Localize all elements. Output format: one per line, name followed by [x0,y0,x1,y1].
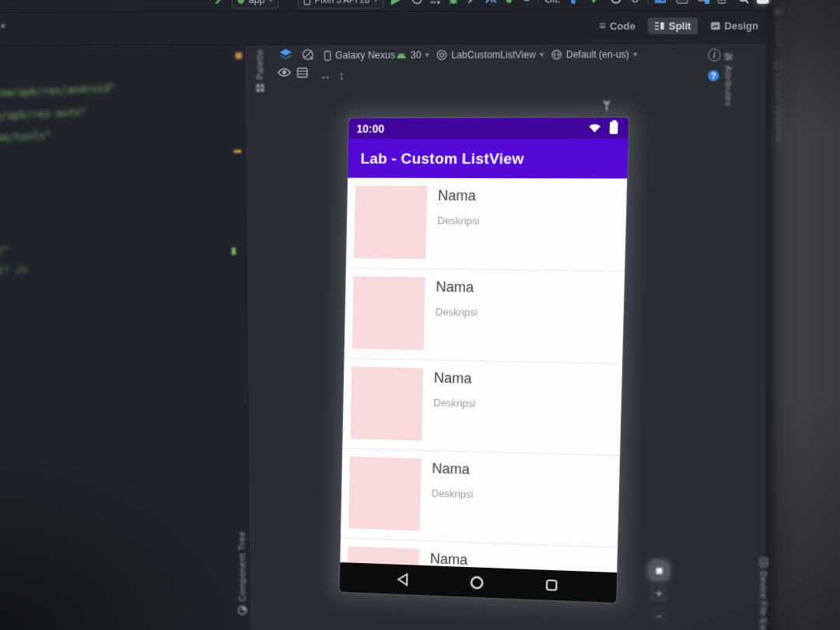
item-image-placeholder [348,457,422,530]
xml-code-editor[interactable]: id.com/apk/res/android" .com/apk/res-aut… [0,45,251,630]
app-bar: Lab - Custom ListView [348,139,628,179]
phone-icon [303,0,310,5]
app-title: Lab - Custom ListView [360,150,524,168]
rollback-button[interactable]: ↺ [630,0,640,6]
run-button[interactable]: ▶ [391,0,401,7]
zoom-to-fit-button[interactable] [650,562,667,579]
debug-button[interactable] [448,0,460,7]
component-tree-icon [237,606,247,615]
layout-validation-label: Layout Validation [775,74,784,144]
design-surface-icon[interactable] [279,48,293,61]
swap-horizontal-icon[interactable]: ↔ [319,69,331,82]
toolbar-separator [543,48,544,61]
toolbar-separator [538,0,539,5]
device-file-explorer-icon [759,558,768,568]
search-everywhere-button[interactable] [738,0,749,6]
item-image-placeholder [352,276,425,350]
stop-button[interactable]: ■ [523,0,530,7]
zoom-in-button[interactable]: + [650,585,667,602]
split-view-icon [654,21,664,30]
device-file-explorer-label: Device File Explorer [759,572,768,630]
avd-phone-button[interactable] [717,0,726,6]
scrollbar-ok-marker [232,248,236,255]
tab-code[interactable]: ≡ Code [593,17,642,35]
theme-label: LabCustomListView [451,49,536,61]
list-item: Nama Deskripsi [341,449,620,548]
apply-code-changes-button[interactable] [429,0,442,7]
tab-design-label: Design [724,19,758,32]
tab-dot [1,24,5,28]
tool-window-tab-attributes[interactable]: Attributes [724,52,733,107]
code-line: d.com/tools" [0,129,51,145]
toolbar-separator [316,49,317,62]
list-item: Nama Deskripsi [345,268,625,364]
phone-icon [324,50,331,60]
attributes-icon [724,52,733,61]
tool-window-tab-layout-validation[interactable]: Layout Validation [775,60,785,144]
apply-changes-restart-button[interactable] [411,0,423,7]
editor-mode-toggle: ≡ Code Split Design [593,16,765,34]
profiler-button[interactable] [485,0,498,7]
right-tool-window-stripe: Gradle Layout Validation Device File Exp… [766,4,793,630]
android-icon [396,52,406,58]
api-level-dropdown[interactable]: 30 ▾ [396,46,429,64]
list-item: Nama Deskripsi [342,359,622,456]
terminal-button[interactable] [676,0,688,6]
profile-app-button[interactable] [504,0,516,7]
info-icon[interactable]: i [708,49,720,61]
device-manager-button[interactable] [698,0,710,6]
wifi-icon [589,123,601,133]
toolbar-separator [648,0,649,5]
nav-home-icon [469,575,485,590]
status-time: 10:00 [356,122,384,135]
layout-design-surface[interactable]: Galaxy Nexus ▾ 30 ▾ LabCustomListView ▾ … [245,44,792,630]
layout-validation-icon [775,60,785,69]
tool-window-tab-component-tree[interactable]: Component Tree [236,531,247,615]
code-line: id.com/apk/res/android" [0,82,116,100]
theme-icon [436,49,447,60]
item-name: Nama [434,370,472,387]
layout-list-icon[interactable] [297,68,309,79]
nav-recents-icon [545,579,558,592]
wrench-icon[interactable] [214,0,227,7]
item-name: Nama [438,187,476,205]
render-options-wrench-icon[interactable] [602,99,611,113]
tool-window-tab-device-file-explorer[interactable]: Device File Explorer [759,558,768,630]
zoom-controls: + − [650,562,667,625]
app-module-icon [237,0,244,4]
tab-split-label: Split [669,19,691,31]
tool-window-tab-palette[interactable]: Palette [255,49,265,93]
tool-window-tab-gradle[interactable]: Gradle [774,7,785,47]
disable-preview-icon[interactable] [302,48,315,61]
device-selector-dropdown[interactable]: Galaxy Nexus ▾ [324,47,403,65]
custom-listview: Nama Deskripsi Nama Deskripsi Nama Deskr… [340,178,627,573]
attach-debugger-icon[interactable] [466,0,477,7]
scrollbar-warning-marker [236,52,242,58]
chevron-down-icon: ▾ [633,51,637,58]
device-selector-label: Galaxy Nexus [335,50,395,61]
tab-design[interactable]: Design [704,17,765,34]
locale-dropdown[interactable]: Default (en-us) ▾ [551,46,637,64]
project-structure-button[interactable] [654,0,667,6]
tab-split[interactable]: Split [648,17,697,34]
target-device-dropdown[interactable]: Pixel 3 API 28 ▾ [298,0,383,9]
zoom-out-button[interactable]: − [650,607,667,625]
help-icon[interactable]: ? [708,70,719,81]
item-description: Deskripsi [437,215,480,227]
item-name: Nama [432,460,470,478]
gradle-label: Gradle [775,19,784,47]
palette-icon [255,83,264,92]
item-description: Deskripsi [436,306,478,318]
swap-vertical-icon[interactable]: ↕ [338,69,345,82]
git-update-button[interactable]: ↙ [570,0,580,6]
theme-dropdown[interactable]: LabCustomListView ▾ [436,46,544,64]
attributes-label: Attributes [724,65,733,107]
item-name: Nama [436,279,474,296]
nav-back-icon [396,572,409,587]
view-options-eye-icon[interactable] [278,68,292,77]
history-clock-icon[interactable] [611,0,621,6]
phone-preview[interactable]: 10:00 Lab - Custom ListView Nama Deskrip… [340,117,629,603]
git-commit-button[interactable]: ✓ [590,0,600,6]
globe-icon [551,49,562,60]
run-configuration-dropdown[interactable]: app ▾ [232,0,278,9]
